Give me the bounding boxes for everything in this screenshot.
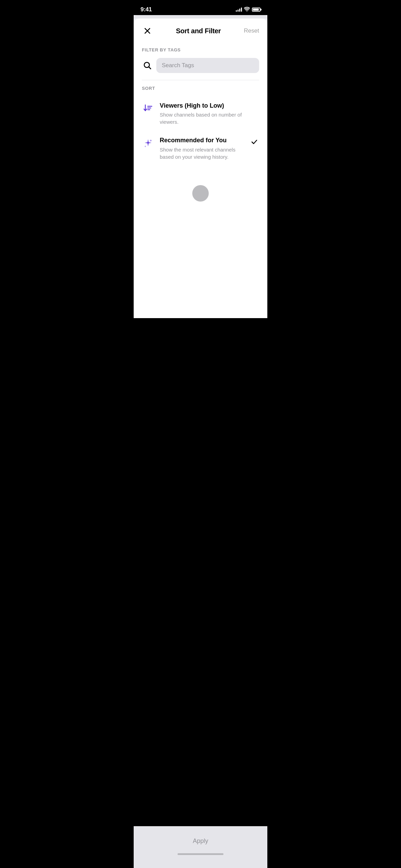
sort-label: SORT [142, 86, 259, 91]
sort-item-recommended[interactable]: Recommended for You Show the most releva… [142, 131, 259, 166]
modal-header: Sort and Filter Reset [134, 19, 267, 42]
sort-recommended-title: Recommended for You [160, 136, 244, 144]
modal-sheet: Sort and Filter Reset FILTER BY TAGS SOR… [134, 19, 267, 318]
search-container [142, 58, 259, 73]
svg-line-3 [149, 67, 151, 69]
close-icon [144, 28, 150, 34]
status-bar: 9:41 [134, 0, 267, 15]
sort-viewers-title: Viewers (High to Low) [160, 102, 259, 110]
spacer [134, 215, 267, 318]
signal-icon [236, 8, 242, 12]
sort-viewers-description: Show channels based on number of viewers… [160, 111, 259, 125]
search-tags-input[interactable] [156, 58, 259, 73]
sort-recommended-content: Recommended for You Show the most releva… [160, 136, 244, 160]
wifi-icon [244, 7, 250, 12]
sort-recommended-description: Show the most relevant channels based on… [160, 146, 244, 160]
loading-area [134, 171, 267, 215]
status-time: 9:41 [141, 6, 152, 13]
dynamic-island [180, 3, 221, 15]
status-icons [236, 7, 260, 12]
battery-icon [252, 8, 260, 12]
close-button[interactable] [142, 25, 153, 36]
search-icon [143, 61, 152, 70]
reset-button[interactable]: Reset [244, 27, 259, 34]
sort-recommended-icon [142, 137, 154, 149]
background-peek [134, 15, 267, 19]
loading-indicator [192, 185, 209, 202]
filter-tags-section: FILTER BY TAGS [134, 42, 267, 80]
modal-title: Sort and Filter [176, 27, 221, 35]
sort-section: SORT Viewers (High to Low) [134, 80, 267, 171]
sort-viewers-icon [142, 103, 154, 115]
selected-checkmark [250, 137, 259, 147]
filter-tags-label: FILTER BY TAGS [142, 47, 259, 52]
sort-item-viewers[interactable]: Viewers (High to Low) Show channels base… [142, 96, 259, 131]
phone-frame: 9:41 [134, 0, 267, 318]
search-icon-wrapper [142, 60, 153, 71]
sort-viewers-content: Viewers (High to Low) Show channels base… [160, 102, 259, 125]
